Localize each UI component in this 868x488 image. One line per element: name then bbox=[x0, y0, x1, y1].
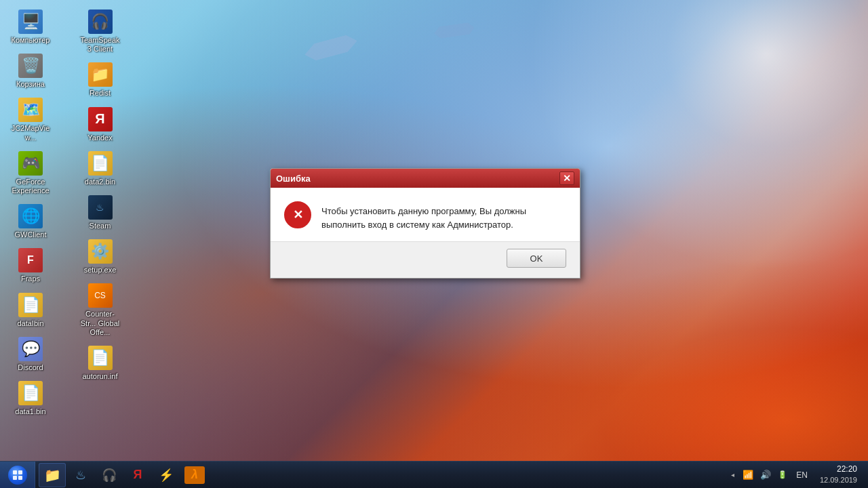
volume-tray-icon[interactable]: 🔊 bbox=[758, 468, 773, 481]
error-icon bbox=[284, 201, 311, 228]
desktop-icon-jc2map[interactable]: 🗺️ JC2MapView... bbox=[7, 95, 54, 144]
halflife-taskbar-icon: λ bbox=[184, 466, 205, 484]
flash-taskbar-icon: ⚡ bbox=[159, 468, 174, 483]
battery-tray-icon: 🔋 bbox=[776, 469, 789, 481]
desktop-icon-cstrike[interactable]: CS Counter-Str... Global Offe... bbox=[77, 281, 124, 340]
taskbar-explorer[interactable]: 📁 bbox=[39, 463, 66, 487]
language-indicator[interactable]: EN bbox=[793, 469, 810, 481]
desktop-icon-discord[interactable]: 💬 Discord bbox=[7, 334, 54, 375]
yandex-taskbar-icon: Я bbox=[134, 468, 142, 482]
desktop-icon-gwclient[interactable]: 🌐 GWClient bbox=[7, 201, 54, 242]
steam-icon: ♨ bbox=[88, 195, 113, 220]
desktop-icon-autorun[interactable]: 📄 autorun.inf bbox=[77, 343, 124, 384]
taskbar-yandex[interactable]: Я bbox=[124, 463, 151, 487]
desktop-icon-fraps[interactable]: F Fraps bbox=[7, 245, 54, 286]
yandex-icon: Я bbox=[88, 107, 113, 131]
trash-label: Корзина bbox=[16, 80, 45, 89]
tray-icons-group: 📶 🔊 🔋 bbox=[741, 468, 789, 481]
jc2map-icon: 🗺️ bbox=[18, 98, 43, 122]
fraps-label: Fraps bbox=[21, 274, 40, 283]
desktop-icon-computer[interactable]: 🖥️ Компьютер bbox=[7, 7, 54, 47]
dialog-titlebar: Ошибка ✕ bbox=[271, 169, 580, 188]
error-dialog: Ошибка ✕ Чтобы установить данную програм… bbox=[270, 168, 580, 279]
desktop-icon-databin1[interactable]: 📄 dataIbin bbox=[7, 290, 54, 331]
explorer-taskbar-icon: 📁 bbox=[44, 467, 61, 483]
taskbar-teamspeak[interactable]: 🎧 bbox=[96, 463, 123, 487]
setup-label: setup.exe bbox=[84, 266, 117, 274]
autorun-label: autorun.inf bbox=[83, 372, 118, 381]
setup-icon: ⚙️ bbox=[88, 239, 113, 264]
svg-rect-1 bbox=[18, 470, 22, 474]
teamspeak-label: TeamSpeak 3 Client bbox=[79, 36, 121, 54]
desktop-icon-yandex[interactable]: Я Yandex bbox=[77, 104, 124, 145]
redist-icon: 📁 bbox=[88, 62, 113, 87]
tray-expand-button[interactable]: ◂ bbox=[729, 470, 736, 480]
cstrike-label: Counter-Str... Global Offe... bbox=[79, 310, 121, 337]
steam-taskbar-icon: ♨ bbox=[75, 468, 86, 483]
taskbar-flash[interactable]: ⚡ bbox=[153, 463, 180, 487]
computer-label: Компьютер bbox=[12, 36, 50, 45]
trash-icon: 🗑️ bbox=[18, 54, 43, 78]
desktop-icon-steam[interactable]: ♨ Steam bbox=[77, 192, 124, 233]
desktop-icon-data2bin[interactable]: 📄 data2.bin bbox=[77, 148, 124, 189]
data1bin-label: data1.bin bbox=[15, 407, 45, 416]
taskbar: 📁 ♨ 🎧 Я ⚡ λ ◂ 📶 🔊 bbox=[0, 461, 868, 488]
dialog-message: Чтобы установить данную программу, Вы до… bbox=[321, 201, 566, 231]
svg-rect-3 bbox=[18, 476, 22, 480]
yandex-label: Yandex bbox=[87, 134, 113, 142]
gwclient-label: GWClient bbox=[14, 230, 46, 239]
fraps-icon: F bbox=[18, 248, 43, 272]
clock-date: 12.09.2019 bbox=[820, 475, 857, 485]
teamspeak-taskbar-icon: 🎧 bbox=[102, 468, 117, 483]
gwclient-icon: 🌐 bbox=[18, 204, 43, 228]
dialog-close-button[interactable]: ✕ bbox=[559, 171, 574, 185]
cstrike-icon: CS bbox=[88, 283, 113, 308]
dialog-body: Чтобы установить данную программу, Вы до… bbox=[271, 188, 580, 241]
system-tray: ◂ 📶 🔊 🔋 EN 22:20 12.09.2019 bbox=[724, 462, 868, 488]
discord-label: Discord bbox=[18, 363, 43, 372]
discord-icon: 💬 bbox=[18, 337, 43, 361]
network-tray-icon[interactable]: 📶 bbox=[741, 468, 755, 481]
databin1-icon: 📄 bbox=[18, 293, 43, 317]
steam-label: Steam bbox=[90, 222, 111, 230]
start-orb-icon bbox=[8, 466, 27, 485]
system-clock[interactable]: 22:20 12.09.2019 bbox=[814, 464, 863, 485]
taskbar-pinned-icons: 📁 ♨ 🎧 Я ⚡ λ bbox=[35, 462, 212, 488]
geforce-icon: 🎮 bbox=[18, 151, 43, 176]
jc2map-label: JC2MapView... bbox=[9, 124, 52, 142]
desktop-icon-trash[interactable]: 🗑️ Корзина bbox=[7, 51, 54, 92]
redist-label: Redist bbox=[90, 89, 111, 98]
geforce-label: GeForce Experience bbox=[9, 178, 52, 195]
dialog-title: Ошибка bbox=[276, 174, 559, 184]
svg-rect-0 bbox=[13, 470, 17, 474]
databin1-label: dataIbin bbox=[17, 319, 43, 328]
bg-fire bbox=[461, 258, 868, 461]
desktop-icon-redist[interactable]: 📁 Redist bbox=[77, 60, 124, 100]
data1bin-icon: 📄 bbox=[18, 381, 43, 405]
desktop: 🖥️ Компьютер 🗑️ Корзина 🗺️ JC2MapView...… bbox=[0, 0, 868, 488]
taskbar-steam[interactable]: ♨ bbox=[67, 463, 94, 487]
clock-time: 22:20 bbox=[820, 464, 857, 475]
svg-rect-2 bbox=[13, 476, 17, 480]
desktop-icon-geforce[interactable]: 🎮 GeForce Experience bbox=[7, 148, 54, 198]
data2bin-label: data2.bin bbox=[85, 178, 115, 186]
start-button[interactable] bbox=[0, 462, 35, 489]
taskbar-halflife[interactable]: λ bbox=[181, 463, 208, 487]
desktop-icons-container: 🖥️ Компьютер 🗑️ Корзина 🗺️ JC2MapView...… bbox=[7, 7, 142, 447]
teamspeak-icon: 🎧 bbox=[88, 9, 113, 34]
desktop-icon-data1bin[interactable]: 📄 data1.bin bbox=[7, 378, 54, 419]
dialog-footer: OK bbox=[271, 241, 580, 278]
desktop-icon-setup[interactable]: ⚙️ setup.exe bbox=[77, 237, 124, 277]
autorun-icon: 📄 bbox=[88, 346, 113, 370]
computer-icon: 🖥️ bbox=[18, 9, 43, 34]
desktop-icon-teamspeak[interactable]: 🎧 TeamSpeak 3 Client bbox=[77, 7, 124, 56]
data2bin-icon: 📄 bbox=[88, 151, 113, 176]
ok-button[interactable]: OK bbox=[507, 249, 566, 268]
